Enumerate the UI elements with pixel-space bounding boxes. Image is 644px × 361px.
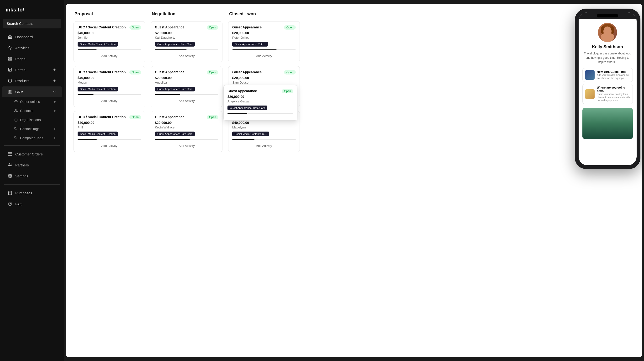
card-header: Guest Appearance Open xyxy=(155,70,218,74)
tag-icon xyxy=(14,127,18,130)
status-badge: Open xyxy=(284,70,296,74)
sidebar-label-crm: CRM xyxy=(15,90,50,94)
sidebar-label-customer-orders: Customer Orders xyxy=(15,152,56,156)
sidebar-item-dashboard[interactable]: Dashboard xyxy=(2,32,62,42)
opportunities-icon xyxy=(14,100,18,104)
card-amount: $20,000.00 xyxy=(232,76,296,80)
status-badge: Open xyxy=(207,25,218,30)
card-progress xyxy=(232,50,296,50)
campaign-tag-icon xyxy=(14,136,18,140)
card-tag: Guest Appearance: Rate Card xyxy=(155,42,195,46)
sidebar-item-crm[interactable]: CRM xyxy=(2,86,62,97)
nav-divider xyxy=(4,146,60,146)
tooltip-card: Guest Appearance Open $20,000.00 Angelic… xyxy=(224,85,298,120)
card-progress-bar xyxy=(78,50,97,50)
status-badge: Open xyxy=(284,25,296,30)
card-progress xyxy=(78,94,141,95)
status-badge: Open xyxy=(207,115,218,120)
card-contact: Angelica xyxy=(155,81,218,84)
add-activity-button[interactable]: Add Activity xyxy=(232,142,296,148)
deal-card[interactable]: Guest Appearance Open $20,000.00 Kali Da… xyxy=(151,21,222,62)
card-tag: Guest Appearance: Rate Card xyxy=(155,87,195,92)
sidebar-item-partners[interactable]: Partners xyxy=(2,160,62,170)
card-amount: $20,000.00 xyxy=(155,31,218,35)
sidebar-sub-contacts[interactable]: Contacts xyxy=(2,106,62,115)
help-circle-icon xyxy=(8,202,12,206)
card-header: Guest Appearance Open xyxy=(155,115,218,120)
column-proposal: Proposal UGC / Social Content Creation O… xyxy=(74,12,145,152)
svg-point-29 xyxy=(9,163,10,165)
card-contact: Madelynn xyxy=(232,126,296,129)
sidebar-item-forms[interactable]: Forms xyxy=(2,64,62,75)
deal-card[interactable]: UGC / Social Content Creation Open $40,0… xyxy=(74,111,145,152)
contact-tags-plus-icon[interactable] xyxy=(53,127,56,130)
sidebar-item-faq[interactable]: FAQ xyxy=(2,199,62,209)
card-progress xyxy=(155,94,218,95)
svg-rect-3 xyxy=(8,59,10,60)
card-contact: Peter Grillet xyxy=(232,36,296,40)
card-header: Guest Appearance Open xyxy=(232,70,296,74)
tooltip-tag: Guest Appearance: Rate Card xyxy=(228,106,267,110)
users-icon xyxy=(8,162,12,167)
card-tag: Guest Appearance: Rate Card xyxy=(155,132,195,136)
contacts-icon xyxy=(14,109,18,112)
nav-divider-2 xyxy=(4,184,60,184)
deal-card[interactable]: Guest Appearance Open $20,000.00 Angelic… xyxy=(151,66,222,107)
card-tag: Social Media Content Creation xyxy=(78,87,118,92)
sidebar-sub-organisations[interactable]: Organisations xyxy=(2,116,62,124)
sidebar-sub-campaign-tags[interactable]: Campaign Tags xyxy=(2,134,62,142)
tooltip-contact: Angelica Garza xyxy=(228,100,293,103)
sidebar-label-products: Products xyxy=(15,79,50,83)
sub-label-campaign-tags: Campaign Tags xyxy=(20,136,43,140)
forms-plus-icon[interactable] xyxy=(52,68,56,72)
products-plus-icon[interactable] xyxy=(52,79,56,82)
column-header-closed-won: Closed - won xyxy=(228,12,300,16)
deal-card[interactable]: Guest Appearance Open $20,000.00 Kevin W… xyxy=(151,111,222,152)
sidebar-item-pages[interactable]: Pages xyxy=(2,54,62,64)
card-contact: Megan xyxy=(78,81,141,84)
sidebar-item-purchases[interactable]: Purchases xyxy=(2,188,62,198)
tooltip-status: Open xyxy=(282,89,293,93)
deal-card[interactable]: Guest Appearance Open $20,000.00 Peter G… xyxy=(228,21,300,62)
sidebar-item-settings[interactable]: Settings xyxy=(2,171,62,181)
search-contacts[interactable]: Search Contacts xyxy=(3,18,61,28)
card-progress xyxy=(155,50,218,50)
status-badge: Open xyxy=(129,25,141,30)
sidebar-item-customer-orders[interactable]: Customer Orders xyxy=(2,149,62,159)
card-tag: Social Media Content Cre... xyxy=(232,132,269,136)
svg-rect-1 xyxy=(10,57,12,58)
card-tag: Social Media Content Creation xyxy=(78,132,118,136)
sidebar-sub-opportunities[interactable]: Opportunities xyxy=(2,98,62,106)
card-tag: Guest Appearance: Rate... xyxy=(232,42,268,46)
campaign-tags-plus-icon[interactable] xyxy=(53,136,56,140)
card-tag: Social Media Content Creation xyxy=(78,42,118,46)
sidebar-label-forms: Forms xyxy=(15,68,50,72)
add-activity-button[interactable]: Add Activity xyxy=(232,53,296,58)
add-activity-button[interactable]: Add Activity xyxy=(155,53,218,58)
opportunities-plus-icon[interactable] xyxy=(53,100,56,104)
sidebar-item-products[interactable]: Products xyxy=(2,76,62,86)
add-activity-button[interactable]: Add Activity xyxy=(155,142,218,148)
crm-icon xyxy=(8,89,12,94)
deal-card[interactable]: UGC / Social Content Creation Open $40,0… xyxy=(74,21,145,62)
add-activity-button[interactable]: Add Activity xyxy=(78,142,141,148)
settings-icon xyxy=(8,174,12,178)
tooltip-amount: $20,000.00 xyxy=(228,95,293,98)
sidebar-item-activities[interactable]: Activities xyxy=(2,42,62,53)
card-title: Guest Appearance xyxy=(232,70,284,74)
home-icon xyxy=(8,34,12,39)
card-contact: Phil xyxy=(78,126,141,129)
contacts-plus-icon[interactable] xyxy=(53,109,56,112)
cards-negotiation: Guest Appearance Open $20,000.00 Kali Da… xyxy=(151,21,222,152)
add-activity-button[interactable]: Add Activity xyxy=(155,98,218,103)
sidebar-sub-contact-tags[interactable]: Contact Tags xyxy=(2,125,62,133)
card-title: Guest Appearance xyxy=(232,25,284,29)
add-activity-button[interactable]: Add Activity xyxy=(78,98,141,103)
deal-card[interactable]: UGC / Social Content Creation Open $40,0… xyxy=(74,66,145,107)
card-progress xyxy=(78,50,141,50)
status-badge: Open xyxy=(129,115,141,120)
card-contact: Sam Dodson xyxy=(232,81,296,84)
add-activity-button[interactable]: Add Activity xyxy=(78,53,141,58)
sub-label-organisations: Organisations xyxy=(20,118,40,122)
card-amount: $40,000.00 xyxy=(78,121,141,125)
